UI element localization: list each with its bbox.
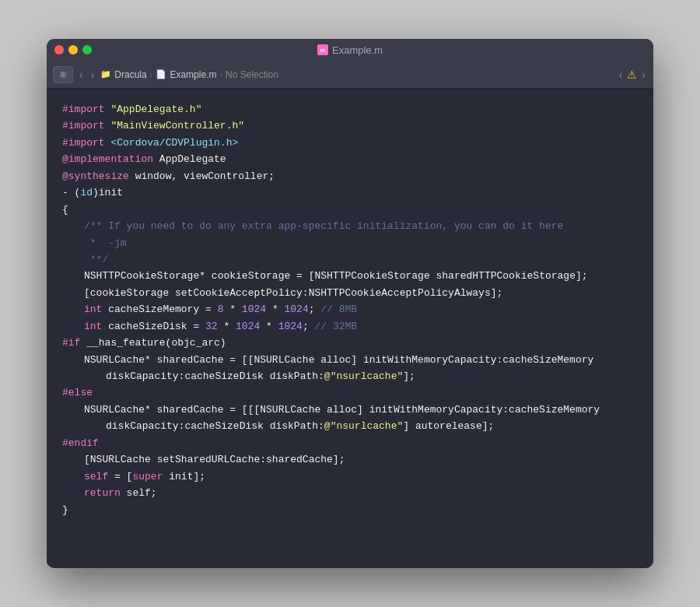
code-line: } xyxy=(62,502,638,518)
code-line: #else xyxy=(62,384,638,401)
breadcrumb-file[interactable]: Example.m xyxy=(170,69,216,80)
file-type-icon: m xyxy=(317,44,328,55)
code-line: #import <Cordova/CDVPlugin.h> xyxy=(62,135,638,151)
breadcrumb-sep-2: › xyxy=(219,70,222,79)
code-editor[interactable]: #import "AppDelegate.h" #import "MainVie… xyxy=(47,89,653,568)
toolbar-nav-right[interactable]: › xyxy=(640,68,647,81)
code-line: [cookieStorage setCookieAcceptPolicy:NSH… xyxy=(62,285,638,301)
code-line: @implementation AppDelegate xyxy=(62,151,638,167)
minimize-button[interactable] xyxy=(68,45,78,54)
toolbar-nav-left[interactable]: ‹ xyxy=(618,68,625,81)
code-line: { xyxy=(62,202,638,218)
code-line: int cacheSizeDisk = 32 * 1024 * 1024; //… xyxy=(62,318,638,335)
code-line: - (id)init xyxy=(62,184,638,201)
nav-forward-button[interactable]: › xyxy=(89,68,96,81)
code-line: diskCapacity:cacheSizeDisk diskPath:@"ns… xyxy=(62,418,638,434)
nav-back-button[interactable]: ‹ xyxy=(78,68,85,81)
title-bar: m Example.m xyxy=(47,39,653,61)
close-button[interactable] xyxy=(54,45,64,54)
breadcrumb-project[interactable]: Dracula xyxy=(114,69,146,80)
warning-icon: ⚠ xyxy=(627,68,637,81)
code-line: NSURLCache* sharedCache = [[[NSURLCache … xyxy=(62,402,638,418)
breadcrumb-folder-icon: 📁 xyxy=(100,69,111,79)
breadcrumb-selection: No Selection xyxy=(226,69,278,80)
code-line: return self; xyxy=(62,485,638,501)
code-line: **/ xyxy=(62,251,638,268)
code-line: int cacheSizeMemory = 8 * 1024 * 1024; /… xyxy=(62,301,638,318)
traffic-lights xyxy=(54,45,92,54)
code-line: #if __has_feature(objc_arc) xyxy=(62,335,638,351)
code-line: #endif xyxy=(62,435,638,451)
window-title: Example.m xyxy=(332,44,383,56)
code-line: @synthesize window, viewController; xyxy=(62,168,638,184)
toolbar: ⊞ ‹ › 📁 Dracula › 📄 Example.m › No Selec… xyxy=(47,61,653,89)
code-line: [NSURLCache setSharedURLCache:sharedCach… xyxy=(62,451,638,468)
code-line: #import "AppDelegate.h" xyxy=(62,101,638,118)
grid-view-button[interactable]: ⊞ xyxy=(53,66,73,83)
maximize-button[interactable] xyxy=(82,45,92,54)
breadcrumb-sep-1: › xyxy=(150,70,153,79)
toolbar-right: ‹ ⚠ › xyxy=(618,68,647,81)
code-line: NSHTTPCookieStorage* cookieStorage = [NS… xyxy=(62,268,638,284)
editor-window: m Example.m ⊞ ‹ › 📁 Dracula › 📄 Example.… xyxy=(47,39,653,568)
code-line: diskCapacity:cacheSizeDisk diskPath:@"ns… xyxy=(62,368,638,384)
code-line: self = [super init]; xyxy=(62,468,638,485)
code-line: * -jm xyxy=(62,235,638,251)
window-title-area: m Example.m xyxy=(317,44,383,56)
code-line: /** If you need to do any extra app-spec… xyxy=(62,218,638,234)
breadcrumb-file-icon: 📄 xyxy=(156,69,166,79)
breadcrumb: 📁 Dracula › 📄 Example.m › No Selection xyxy=(100,69,278,80)
code-line: #import "MainViewController.h" xyxy=(62,118,638,134)
code-line: NSURLCache* sharedCache = [[NSURLCache a… xyxy=(62,352,638,368)
